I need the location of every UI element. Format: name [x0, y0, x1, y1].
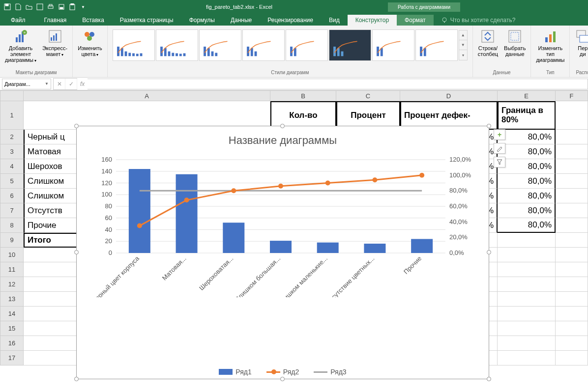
- col-header-C[interactable]: C: [336, 90, 400, 101]
- change-colors-button[interactable]: Изменить цвета▾: [76, 28, 104, 58]
- legend-item-2[interactable]: Ряд2: [266, 368, 299, 376]
- chart-styles-button[interactable]: [494, 143, 505, 154]
- tab-formulas[interactable]: Формулы: [181, 15, 223, 26]
- row-header[interactable]: 6: [0, 189, 24, 203]
- switch-row-col-button[interactable]: Строка/столбец: [476, 28, 500, 58]
- add-chart-element-button[interactable]: + Добавить элемент диаграммы▾: [3, 28, 38, 64]
- cell[interactable]: [556, 144, 588, 159]
- row-header[interactable]: 8: [0, 218, 24, 233]
- cell[interactable]: [498, 307, 556, 321]
- cell[interactable]: [556, 307, 588, 321]
- fx-icon[interactable]: fx: [77, 81, 88, 87]
- row-header[interactable]: 15: [0, 321, 24, 336]
- row-header[interactable]: 16: [0, 336, 24, 351]
- formula-input[interactable]: [88, 79, 588, 89]
- col-header-F[interactable]: F: [556, 90, 588, 101]
- name-box-dropdown-icon[interactable]: ▼: [45, 82, 49, 86]
- cell[interactable]: [556, 277, 588, 292]
- save-icon[interactable]: [2, 2, 13, 12]
- row-header[interactable]: 7: [0, 203, 24, 218]
- row-header[interactable]: 11: [0, 262, 24, 277]
- row-header[interactable]: 10: [0, 248, 24, 262]
- row-header[interactable]: 5: [0, 174, 24, 189]
- cell[interactable]: 80,0%: [498, 130, 556, 144]
- row-header[interactable]: 17: [0, 351, 24, 365]
- quick-layout-button[interactable]: Экспресс-макет▾: [40, 28, 69, 58]
- cell[interactable]: [498, 351, 556, 365]
- cell[interactable]: [498, 233, 556, 248]
- cell[interactable]: [498, 292, 556, 307]
- chart-legend[interactable]: Ряд1 Ряд2 Ряд3: [77, 368, 489, 376]
- tab-review[interactable]: Рецензирование: [260, 15, 321, 26]
- select-data-button[interactable]: Выбрать данные: [502, 28, 528, 58]
- row-header[interactable]: 2: [0, 130, 24, 144]
- tab-file[interactable]: Файл: [0, 15, 36, 26]
- col-header-E[interactable]: E: [498, 90, 556, 101]
- cell[interactable]: 80,0%: [498, 159, 556, 174]
- save3-icon[interactable]: [56, 2, 67, 12]
- cell[interactable]: [498, 248, 556, 262]
- embedded-chart[interactable]: Название диаграммы + 0204060801001201401…: [76, 126, 489, 379]
- cell[interactable]: 80,0%: [498, 189, 556, 203]
- resize-handle-e[interactable]: [487, 250, 491, 254]
- paste-icon[interactable]: [67, 2, 78, 12]
- chart-style-1[interactable]: [113, 29, 155, 61]
- style-scroll-up-icon[interactable]: ▲: [459, 30, 467, 40]
- chart-elements-button[interactable]: +: [494, 129, 505, 140]
- col-header-B[interactable]: B: [270, 90, 336, 101]
- chart-filter-button[interactable]: [494, 157, 505, 168]
- cell[interactable]: [556, 336, 588, 351]
- tab-insert[interactable]: Вставка: [74, 15, 112, 26]
- cell[interactable]: [556, 233, 588, 248]
- resize-handle-se[interactable]: [487, 377, 491, 381]
- cell[interactable]: [498, 277, 556, 292]
- style-scroll-down-icon[interactable]: ▼: [459, 40, 467, 50]
- cell[interactable]: [556, 292, 588, 307]
- tab-data[interactable]: Данные: [223, 15, 260, 26]
- chart-style-2[interactable]: [156, 29, 198, 61]
- resize-handle-n[interactable]: [280, 124, 285, 128]
- chart-style-3[interactable]: [199, 29, 241, 61]
- style-more-icon[interactable]: ▾: [459, 50, 467, 60]
- tab-chart-design[interactable]: Конструктор: [348, 15, 397, 26]
- tab-page-layout[interactable]: Разметка страницы: [112, 15, 181, 26]
- cell[interactable]: 80,0%: [498, 174, 556, 189]
- cell[interactable]: [556, 262, 588, 277]
- row-header[interactable]: 14: [0, 307, 24, 321]
- select-all-button[interactable]: [0, 90, 24, 101]
- open-icon[interactable]: [24, 2, 34, 12]
- cell[interactable]: 80,0%: [498, 218, 556, 233]
- enter-formula-icon[interactable]: ✓: [65, 79, 77, 89]
- cell[interactable]: [556, 203, 588, 218]
- chart-style-5[interactable]: [286, 29, 328, 61]
- resize-handle-nw[interactable]: [74, 124, 79, 128]
- cell[interactable]: [498, 321, 556, 336]
- chart-style-7[interactable]: [372, 29, 414, 61]
- row-header[interactable]: 12: [0, 277, 24, 292]
- cell[interactable]: Граница в 80%: [498, 101, 556, 130]
- print-icon[interactable]: [45, 2, 56, 12]
- cell[interactable]: [556, 159, 588, 174]
- cell[interactable]: 80,0%: [498, 203, 556, 218]
- new-icon[interactable]: [13, 2, 24, 12]
- row-header[interactable]: 9: [0, 233, 24, 248]
- legend-item-1[interactable]: Ряд1: [219, 368, 251, 376]
- tab-view[interactable]: Вид: [321, 15, 348, 26]
- chart-style-6[interactable]: [329, 29, 371, 61]
- qat-dropdown-icon[interactable]: ▼: [78, 2, 88, 12]
- cell[interactable]: [498, 262, 556, 277]
- name-box[interactable]: Диаграм... ▼: [2, 79, 51, 89]
- cell[interactable]: [556, 218, 588, 233]
- chart-plot-area[interactable]: 0204060801001201401600,0%20,0%40,0%60,0%…: [91, 155, 475, 297]
- row-header[interactable]: 1: [0, 101, 24, 130]
- row-header[interactable]: 3: [0, 144, 24, 159]
- col-header-D[interactable]: D: [400, 90, 498, 101]
- resize-handle-w[interactable]: [74, 250, 79, 254]
- row-header[interactable]: 4: [0, 159, 24, 174]
- chart-title[interactable]: Название диаграммы: [77, 126, 489, 147]
- move-chart-button[interactable]: Пер ди: [573, 28, 588, 58]
- col-header-A[interactable]: A: [24, 90, 270, 101]
- tell-me-search[interactable]: Что вы хотите сделать?: [434, 15, 524, 26]
- resize-handle-s[interactable]: [280, 377, 285, 381]
- cell[interactable]: [556, 101, 588, 130]
